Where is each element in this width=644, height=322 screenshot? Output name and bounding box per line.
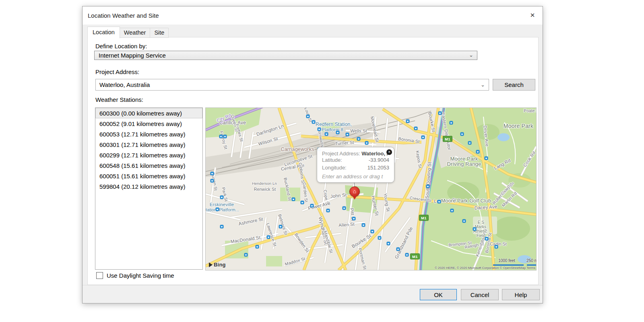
transit-stop-icon: [485, 237, 489, 241]
weather-stations-list[interactable]: 600300 (0.00 kilometres away)600052 (9.0…: [95, 107, 203, 270]
weather-station-item[interactable]: 599804 (20.12 kilometres away): [95, 181, 202, 192]
scale-bar-meters: [527, 264, 537, 266]
transit-stop-icon: [325, 132, 328, 136]
help-button[interactable]: Help: [502, 289, 540, 300]
project-address-input[interactable]: [96, 81, 481, 88]
transit-stop-icon: [362, 223, 365, 227]
chevron-down-icon: ⌄: [481, 82, 489, 88]
tab-weather[interactable]: Weather: [120, 28, 151, 38]
transit-stop-icon: [244, 253, 248, 257]
transit-stop-icon: [312, 120, 316, 124]
map-transit-layer: M1M1M1: [206, 108, 536, 270]
transit-stop-icon: [460, 132, 464, 136]
weather-station-item[interactable]: 600300 (0.00 kilometres away): [95, 108, 202, 118]
transit-stop-icon: [343, 206, 346, 210]
project-location-pin[interactable]: ⌂: [349, 186, 360, 200]
transit-stop-icon: [450, 209, 454, 213]
transit-stop-icon: [396, 248, 400, 251]
pin-tail: [353, 196, 357, 200]
transit-stop-icon: [495, 245, 498, 249]
transit-stop-icon: [426, 185, 430, 188]
footer-divider: [83, 285, 543, 285]
map-canvas[interactable]: City RdCarillon AveDarlington LnRedfern …: [205, 107, 537, 270]
tab-site[interactable]: Site: [150, 28, 169, 38]
transit-stop-icon: [438, 200, 441, 204]
transit-stop-icon: [301, 201, 304, 204]
transit-stop-icon: [216, 208, 219, 211]
scale-bar-feet: [493, 264, 524, 266]
weather-station-item[interactable]: 600051 (15.61 kilometres away): [95, 171, 202, 181]
tooltip-address-label: Project Address:: [322, 151, 361, 157]
transit-stop-icon: [211, 172, 214, 175]
weather-station-item[interactable]: 600548 (15.61 kilometres away): [95, 160, 202, 171]
transit-stop-icon: [476, 150, 480, 154]
m1-motorway-badge: M1: [419, 215, 429, 221]
transit-stop-icon: [336, 131, 340, 134]
project-address-label: Project Address:: [95, 68, 139, 75]
dialog-title: Location Weather and Site: [83, 12, 159, 19]
transit-stop-icon: [219, 135, 223, 138]
transit-stop-icon: [421, 136, 425, 139]
m1-motorway-badge: M1: [410, 254, 420, 260]
transit-stop-icon: [279, 225, 283, 229]
transit-stop-icon: [387, 242, 390, 246]
define-location-value: Internet Mapping Service: [99, 52, 166, 59]
tooltip-latitude-label: Latitude:: [322, 157, 342, 164]
daylight-saving-label: Use Daylight Saving time: [107, 272, 174, 279]
location-tab-page: Define Location by: Internet Mapping Ser…: [87, 37, 539, 285]
search-button[interactable]: Search: [493, 79, 535, 91]
transit-stop-icon: [468, 141, 472, 145]
tooltip-longitude-label: Longitude:: [322, 164, 347, 172]
weather-stations-label: Weather Stations:: [95, 96, 143, 103]
daylight-saving-checkbox[interactable]: [96, 272, 103, 279]
transit-stop-icon: [462, 219, 466, 223]
transit-stop-icon: [223, 135, 227, 138]
cancel-button[interactable]: Cancel: [461, 289, 499, 300]
transit-stop-icon: [365, 141, 369, 145]
transit-stop-icon: [371, 230, 374, 233]
m1-motorway-badge: M1: [443, 136, 452, 142]
tab-location[interactable]: Location: [87, 27, 120, 38]
transit-stop-icon: [378, 236, 382, 240]
transit-stop-icon: [352, 217, 356, 221]
transit-stop-icon: [292, 198, 295, 201]
tab-strip: Location Weather Site: [87, 27, 168, 38]
transit-stop-icon: [318, 128, 321, 131]
transit-stop-icon: [438, 111, 442, 115]
title-bar: Location Weather and Site ✕: [83, 6, 543, 25]
tooltip-latitude-value: -33.9004: [369, 157, 389, 164]
weather-station-item[interactable]: 600053 (12.71 kilometres away): [95, 129, 202, 139]
transit-stop-icon: [357, 137, 361, 141]
bing-logo: Bing: [209, 262, 226, 268]
daylight-saving-checkbox-row[interactable]: Use Daylight Saving time: [96, 272, 174, 279]
project-address-combobox[interactable]: ⌄: [95, 79, 489, 91]
transit-stop-icon: [450, 121, 453, 125]
screen: Location Weather and Site ✕ Location Wea…: [0, 0, 644, 322]
tooltip-address-row: Project Address: Waterloo, Australia: [322, 151, 389, 157]
weather-station-item[interactable]: 600052 (9.01 kilometres away): [95, 118, 202, 129]
tooltip-longitude-value: 151.2053: [367, 164, 389, 172]
tooltip-close-icon[interactable]: ✕: [386, 149, 392, 155]
transit-stop-icon: [306, 115, 310, 118]
location-weather-and-site-dialog: Location Weather and Site ✕ Location Wea…: [82, 6, 543, 303]
weather-station-item[interactable]: 600299 (12.71 kilometres away): [95, 150, 202, 160]
ok-button[interactable]: OK: [420, 289, 457, 300]
scale-feet-label: 1000 feet: [490, 258, 524, 263]
bing-icon: [209, 262, 213, 267]
scale-meters-label: 250 m: [526, 258, 537, 263]
transit-stop-icon: [346, 133, 349, 136]
location-tooltip: Project Address: Waterloo, Australia Lat…: [317, 147, 394, 183]
transit-stop-icon: [267, 235, 270, 239]
transit-stop-icon: [485, 157, 488, 160]
transit-stop-icon: [326, 209, 330, 213]
close-icon[interactable]: ✕: [528, 11, 537, 20]
tooltip-longitude-row: Longitude: 151.2053: [322, 164, 389, 172]
tooltip-hint: Enter an address or drag t: [322, 173, 389, 180]
transit-stop-icon: [414, 127, 418, 130]
transit-stop-icon: [310, 204, 314, 208]
transit-stop-icon: [405, 253, 409, 257]
define-location-dropdown[interactable]: Internet Mapping Service ⌄: [94, 51, 477, 60]
bing-logo-text: Bing: [214, 262, 226, 268]
transit-stop-icon: [220, 196, 224, 199]
weather-station-item[interactable]: 600301 (12.71 kilometres away): [95, 139, 202, 150]
